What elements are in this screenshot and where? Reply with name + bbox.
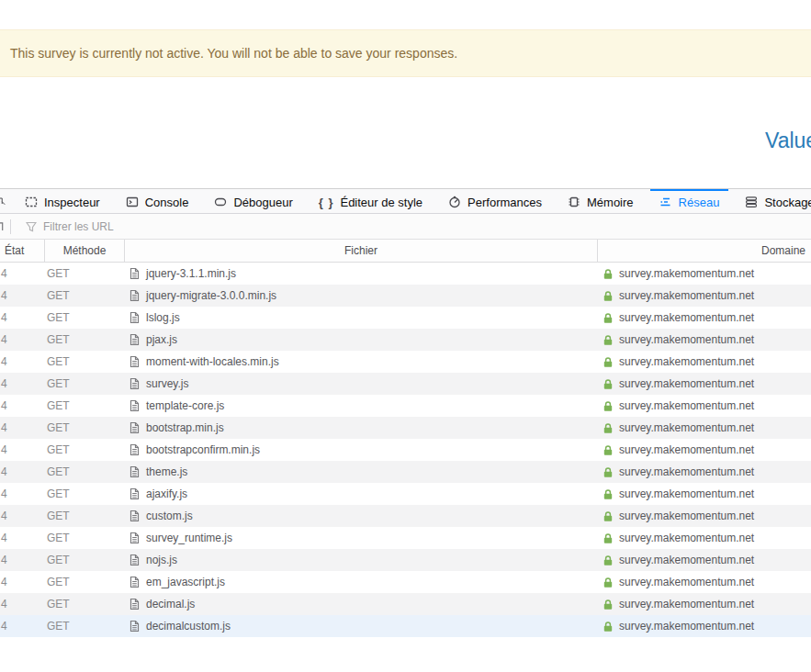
url-filter-input[interactable]: Filtrer les URL	[26, 220, 811, 233]
domain-name: survey.makemomentum.net	[619, 311, 754, 324]
file-cell: jquery-migrate-3.0.0.min.js	[124, 289, 597, 302]
status-cell: 4	[0, 267, 44, 280]
method-cell: GET	[44, 333, 124, 346]
table-row[interactable]: 4 GET pjax.js survey.makemomentum.net	[0, 329, 811, 351]
tab-console[interactable]: Console	[117, 189, 198, 213]
table-row[interactable]: 4 GET decimalcustom.js survey.makemoment…	[0, 615, 811, 637]
lock-icon	[603, 312, 614, 324]
lock-icon	[603, 599, 614, 610]
network-icon	[659, 196, 672, 208]
file-icon	[130, 532, 140, 544]
file-name: nojs.js	[146, 554, 177, 566]
status-cell: 4	[0, 554, 44, 566]
file-cell: pjax.js	[124, 333, 597, 346]
clear-requests-icon[interactable]	[0, 220, 8, 233]
table-row[interactable]: 4 GET survey.js survey.makemomentum.net	[0, 373, 811, 395]
method-cell: GET	[44, 377, 124, 390]
file-name: decimalcustom.js	[146, 620, 231, 633]
file-name: jquery-migrate-3.0.0.min.js	[146, 289, 276, 302]
status-cell: 4	[0, 620, 44, 633]
file-name: decimal.js	[146, 598, 195, 610]
table-row[interactable]: 4 GET em_javascript.js survey.makemoment…	[0, 571, 811, 593]
tab-performances[interactable]: Performances	[439, 189, 551, 213]
table-row[interactable]: 4 GET custom.js survey.makemomentum.net	[0, 505, 811, 527]
file-icon	[130, 377, 140, 390]
tab-label: Console	[145, 196, 189, 209]
file-icon	[130, 355, 140, 368]
table-row[interactable]: 4 GET bootstrapconfirm.min.js survey.mak…	[0, 439, 811, 461]
table-row[interactable]: 4 GET jquery-migrate-3.0.0.min.js survey…	[0, 285, 811, 307]
status-cell: 4	[0, 311, 44, 324]
file-name: bootstrapconfirm.min.js	[146, 443, 260, 456]
file-cell: decimalcustom.js	[124, 620, 597, 633]
tab-editeur-de-style[interactable]: { } Éditeur de style	[310, 189, 432, 213]
column-header-fichier[interactable]: Fichier	[124, 240, 597, 262]
lock-icon	[603, 290, 614, 302]
file-cell: template-core.js	[124, 399, 597, 412]
file-icon	[130, 443, 140, 456]
table-row[interactable]: 4 GET template-core.js survey.makemoment…	[0, 395, 811, 417]
table-row[interactable]: 4 GET lslog.js survey.makemomentum.net	[0, 307, 811, 329]
element-picker-icon[interactable]	[0, 189, 8, 213]
method-cell: GET	[44, 311, 124, 324]
tab-label: Réseau	[679, 196, 720, 209]
domain-name: survey.makemomentum.net	[619, 355, 754, 368]
domain-name: survey.makemomentum.net	[619, 267, 754, 280]
domain-cell: survey.makemomentum.net	[597, 620, 811, 633]
status-cell: 4	[0, 598, 44, 610]
file-cell: lslog.js	[124, 311, 597, 324]
column-header-domaine[interactable]: Domaine	[597, 240, 811, 262]
domain-name: survey.makemomentum.net	[619, 289, 754, 302]
domain-name: survey.makemomentum.net	[619, 377, 754, 390]
column-header-methode[interactable]: Méthode	[44, 240, 124, 262]
method-cell: GET	[44, 554, 124, 566]
file-name: moment-with-locales.min.js	[146, 355, 279, 368]
devtools-panel: Inspecteur Console Débogueur { } Éditeur…	[0, 188, 811, 672]
tab-reseau[interactable]: Réseau	[650, 189, 729, 213]
lock-icon	[603, 400, 614, 412]
file-name: lslog.js	[146, 311, 180, 324]
method-cell: GET	[44, 289, 124, 302]
domain-cell: survey.makemomentum.net	[597, 355, 811, 368]
domain-cell: survey.makemomentum.net	[597, 554, 811, 566]
tab-inspecteur[interactable]: Inspecteur	[16, 189, 109, 213]
tab-memoire[interactable]: Mémoire	[558, 189, 643, 213]
domain-cell: survey.makemomentum.net	[597, 510, 811, 522]
banner-text: This survey is currently not active. You…	[10, 46, 457, 61]
table-row[interactable]: 4 GET bootstrap.min.js survey.makemoment…	[0, 417, 811, 439]
domain-cell: survey.makemomentum.net	[597, 598, 811, 610]
method-cell: GET	[44, 421, 124, 434]
column-header-etat[interactable]: État	[0, 240, 44, 262]
status-cell: 4	[0, 289, 44, 302]
table-row[interactable]: 4 GET ajaxify.js survey.makemomentum.net	[0, 483, 811, 505]
file-name: custom.js	[146, 510, 193, 522]
tab-label: Débogueur	[233, 196, 292, 209]
tab-debogueur[interactable]: Débogueur	[205, 189, 301, 213]
file-name: survey_runtime.js	[146, 532, 232, 544]
table-row[interactable]: 4 GET nojs.js survey.makemomentum.net	[0, 549, 811, 571]
file-cell: ajaxify.js	[124, 487, 597, 500]
inspector-icon	[25, 196, 38, 208]
domain-name: survey.makemomentum.net	[619, 443, 754, 456]
file-name: em_javascript.js	[146, 576, 225, 588]
request-table-header: État Méthode Fichier Domaine	[0, 240, 811, 263]
file-name: template-core.js	[146, 399, 224, 412]
file-name: bootstrap.min.js	[146, 421, 224, 434]
status-cell: 4	[0, 487, 44, 500]
table-row[interactable]: 4 GET moment-with-locales.min.js survey.…	[0, 351, 811, 373]
file-name: survey.js	[146, 377, 188, 390]
domain-name: survey.makemomentum.net	[619, 598, 754, 610]
table-row[interactable]: 4 GET survey_runtime.js survey.makemomen…	[0, 527, 811, 549]
file-cell: survey_runtime.js	[124, 532, 597, 544]
survey-inactive-banner: This survey is currently not active. You…	[0, 29, 811, 77]
lock-icon	[603, 532, 614, 544]
devtools-tabbar: Inspecteur Console Débogueur { } Éditeur…	[0, 189, 811, 214]
table-row[interactable]: 4 GET jquery-3.1.1.min.js survey.makemom…	[0, 263, 811, 285]
memory-icon	[568, 196, 580, 208]
table-row[interactable]: 4 GET decimal.js survey.makemomentum.net	[0, 593, 811, 615]
tab-stockage[interactable]: Stockage	[736, 189, 811, 213]
table-row[interactable]: 4 GET theme.js survey.makemomentum.net	[0, 461, 811, 483]
file-icon	[130, 399, 140, 412]
performance-icon	[448, 196, 461, 208]
method-cell: GET	[44, 510, 124, 522]
